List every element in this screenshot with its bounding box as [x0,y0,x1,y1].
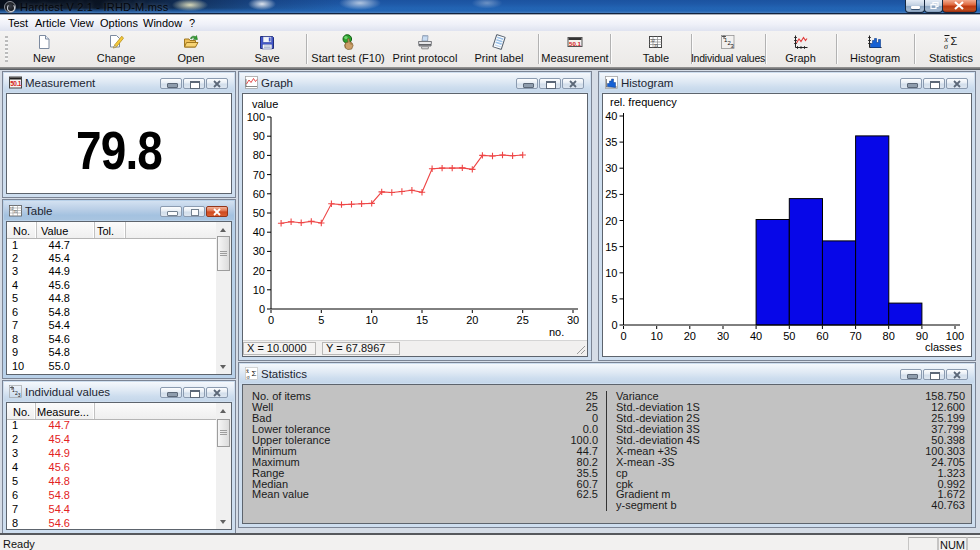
svg-text:20: 20 [605,215,617,227]
svg-text:σ: σ [944,42,949,50]
svg-text:10: 10 [605,267,617,279]
svg-text:50.1: 50.1 [569,40,582,47]
svg-text:50: 50 [783,330,795,342]
svg-text:25: 25 [605,188,617,200]
svg-text:35: 35 [654,44,658,48]
svg-text:40: 40 [253,226,265,238]
svg-text:50.1: 50.1 [10,80,22,87]
svg-text:60: 60 [253,188,265,200]
svg-text:5: 5 [318,314,324,326]
svg-text:35: 35 [14,210,18,214]
svg-text:25: 25 [517,314,529,326]
svg-text:no.: no. [549,326,564,338]
svg-text:100: 100 [247,111,265,123]
svg-text:50: 50 [253,207,265,219]
svg-text:35: 35 [605,136,617,148]
svg-text:10: 10 [253,284,265,296]
svg-text:20: 20 [253,265,265,277]
svg-text:classes: classes [925,341,962,353]
svg-text:40: 40 [750,330,762,342]
svg-text:40: 40 [605,110,617,122]
svg-text:10: 10 [651,330,663,342]
svg-text:20: 20 [684,330,696,342]
svg-text:15: 15 [416,314,428,326]
svg-text:30: 30 [717,330,729,342]
svg-text:0: 0 [268,314,274,326]
svg-text:0: 0 [259,303,265,315]
svg-text:80: 80 [253,149,265,161]
svg-text:30: 30 [605,162,617,174]
svg-text:0: 0 [611,319,617,331]
svg-text:5: 5 [611,293,617,305]
svg-text:30: 30 [567,314,579,326]
svg-text:90: 90 [253,130,265,142]
svg-text:Σ: Σ [252,369,257,378]
svg-text:60: 60 [816,330,828,342]
svg-text:12: 12 [651,39,655,43]
svg-text:0: 0 [620,330,626,342]
svg-text:15: 15 [605,241,617,253]
svg-text:Σ: Σ [951,35,958,47]
svg-text:value: value [252,98,278,110]
svg-text:20: 20 [466,314,478,326]
svg-text:30: 30 [253,245,265,257]
svg-text:rel. frequency: rel. frequency [610,96,677,108]
svg-text:10: 10 [366,314,378,326]
svg-text:80: 80 [883,330,895,342]
svg-text:3: 3 [18,392,21,398]
svg-text:70: 70 [253,169,265,181]
svg-text:70: 70 [849,330,861,342]
